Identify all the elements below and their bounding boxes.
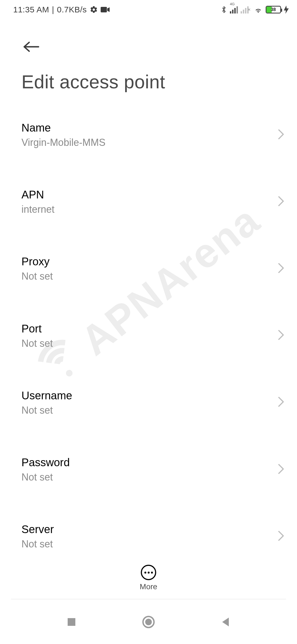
row-label: Username [21,389,271,402]
row-label: Password [21,456,271,469]
status-right: 4G ✕ 38 [221,5,289,14]
row-proxy[interactable]: Proxy Not set [0,244,297,293]
row-port[interactable]: Port Not set [0,311,297,360]
battery-icon: 38 [266,6,281,13]
row-value: Not set [21,471,271,483]
signal-4g-label: 4G [230,2,235,6]
more-button[interactable]: More [0,559,297,597]
row-label: Port [21,322,271,335]
status-left: 11:35 AM | 0.7KB/s [13,5,110,14]
arrow-left-icon [23,41,40,53]
wifi-status-icon [254,6,263,13]
row-label: Proxy [21,255,271,268]
row-label: Name [21,121,271,134]
svg-rect-1 [68,618,75,626]
svg-rect-0 [101,7,107,12]
row-label: APN [21,188,271,201]
charging-icon [284,6,289,14]
back-button[interactable] [20,36,42,58]
nav-recent-button[interactable] [61,611,82,633]
circle-icon [142,615,155,629]
svg-point-3 [145,619,152,625]
status-time: 11:35 AM [13,5,49,14]
row-apn[interactable]: APN internet [0,177,297,226]
signal-2-icon: ✕ [241,6,251,13]
row-value: Virgin-Mobile-MMS [21,137,271,148]
gear-icon [90,6,98,14]
row-value: Not set [21,538,271,550]
chevron-right-icon [278,463,285,476]
page-title: Edit access point [21,71,165,92]
chevron-right-icon [278,530,285,542]
camera-icon [101,6,110,13]
signal-1-icon: 4G [230,6,238,13]
settings-list: Name Virgin-Mobile-MMS APN internet Prox… [0,110,297,559]
more-label: More [140,582,157,591]
navigation-bar [0,600,297,644]
status-bar: 11:35 AM | 0.7KB/s 4G ✕ 38 [0,0,297,19]
nav-separator [11,599,286,599]
status-net-speed: 0.7KB/s [57,5,87,14]
nav-home-button[interactable] [138,611,160,633]
chevron-right-icon [278,196,285,208]
row-value: internet [21,203,271,215]
chevron-right-icon [278,396,285,408]
triangle-left-icon [221,616,230,627]
row-value: Not set [21,270,271,282]
row-name[interactable]: Name Virgin-Mobile-MMS [0,110,297,159]
row-username[interactable]: Username Not set [0,378,297,427]
chevron-right-icon [278,263,285,275]
row-server[interactable]: Server Not set [0,512,297,559]
chevron-right-icon [278,329,285,342]
more-icon [141,565,156,580]
row-value: Not set [21,337,271,349]
bluetooth-icon [221,5,227,14]
chevron-right-icon [278,129,285,141]
row-label: Server [21,523,271,536]
row-value: Not set [21,404,271,416]
nav-back-button[interactable] [215,611,237,633]
status-sep: | [52,5,54,14]
square-icon [67,617,76,627]
row-password[interactable]: Password Not set [0,445,297,494]
